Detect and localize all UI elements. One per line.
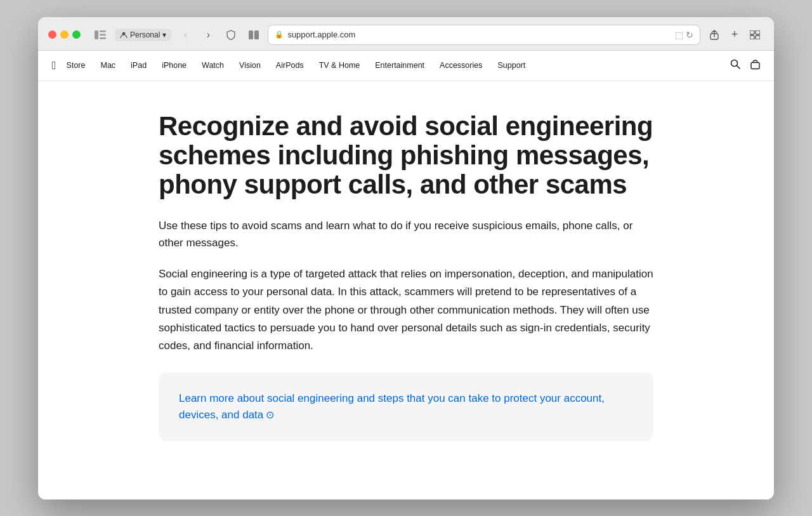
bag-icon[interactable] [750, 59, 760, 72]
svg-rect-14 [751, 62, 759, 69]
nav-item-iphone[interactable]: iPhone [154, 61, 194, 70]
svg-rect-1 [100, 30, 106, 32]
callout-link[interactable]: Learn more about social engineering and … [179, 392, 605, 421]
apple-navbar:  Store Mac iPad iPhone Watch Vision Air… [38, 51, 774, 81]
svg-rect-0 [95, 30, 98, 39]
nav-item-entertainment[interactable]: Entertainment [367, 61, 432, 70]
apple-logo[interactable]:  [52, 59, 56, 72]
nav-item-accessories[interactable]: Accessories [432, 61, 490, 70]
browser-chrome: Personal ▾ ‹ › [38, 17, 774, 51]
lock-icon: 🔒 [275, 30, 284, 39]
browser-toolbar: Personal ▾ ‹ › [86, 25, 764, 45]
svg-rect-8 [750, 30, 754, 34]
nav-item-store[interactable]: Store [59, 61, 93, 70]
nav-item-watch[interactable]: Watch [194, 61, 232, 70]
content-inner: Recognize and avoid social engineering s… [133, 81, 679, 480]
new-tab-button[interactable]: + [726, 26, 743, 44]
shield-icon[interactable] [222, 26, 240, 44]
nav-item-ipad[interactable]: iPad [123, 61, 154, 70]
share-button[interactable] [705, 26, 723, 44]
callout-link-text: Learn more about social engineering and … [179, 392, 605, 421]
url-text: support.apple.com [287, 30, 355, 39]
translate-icon[interactable]: ⬚ [675, 30, 683, 40]
nav-item-tv-home[interactable]: TV & Home [311, 61, 368, 70]
svg-rect-6 [254, 30, 259, 39]
titlebar: Personal ▾ ‹ › [38, 17, 774, 50]
maximize-button[interactable] [72, 30, 81, 39]
back-button[interactable]: ‹ [176, 26, 194, 44]
tab-overview-button[interactable] [746, 26, 764, 44]
nav-item-vision[interactable]: Vision [232, 61, 268, 70]
svg-rect-3 [100, 37, 106, 39]
nav-item-airpods[interactable]: AirPods [268, 61, 311, 70]
reader-view-button[interactable] [245, 26, 263, 44]
page-content: Recognize and avoid social engineering s… [38, 81, 774, 499]
sidebar-toggle-button[interactable] [91, 28, 110, 42]
svg-rect-2 [100, 34, 106, 36]
callout-box: Learn more about social engineering and … [159, 373, 653, 442]
chevron-circle-icon: ⊙ [266, 407, 274, 423]
profile-button[interactable]: Personal ▾ [115, 29, 171, 41]
svg-line-13 [737, 66, 740, 69]
traffic-lights [48, 30, 81, 39]
search-icon[interactable] [730, 59, 740, 72]
svg-rect-9 [756, 30, 760, 34]
article-title: Recognize and avoid social engineering s… [159, 112, 653, 200]
article-body: Social engineering is a type of targeted… [159, 265, 653, 354]
article-subtitle: Use these tips to avoid scams and learn … [159, 217, 653, 251]
minimize-button[interactable] [60, 30, 69, 39]
close-button[interactable] [48, 30, 56, 39]
profile-label: Personal [130, 30, 160, 39]
reload-icon[interactable]: ↻ [686, 30, 693, 40]
toolbar-actions: + [705, 26, 764, 44]
nav-item-support[interactable]: Support [490, 61, 533, 70]
browser-window: Personal ▾ ‹ › [38, 17, 774, 499]
nav-items: Store Mac iPad iPhone Watch Vision AirPo… [59, 61, 730, 70]
address-bar[interactable]: 🔒 support.apple.com ⬚ ↻ [268, 25, 700, 45]
nav-item-mac[interactable]: Mac [93, 61, 123, 70]
svg-rect-10 [750, 36, 754, 39]
nav-right-actions [730, 59, 760, 72]
svg-rect-11 [756, 36, 760, 39]
chevron-down-icon: ▾ [162, 30, 166, 39]
svg-rect-5 [249, 30, 253, 39]
forward-button[interactable]: › [199, 26, 217, 44]
